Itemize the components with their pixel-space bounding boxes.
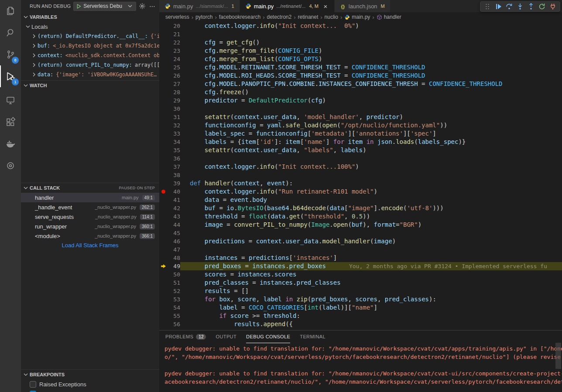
line-content[interactable]: if score >= threshold: xyxy=(180,312,562,320)
glyph-margin[interactable] xyxy=(159,130,169,138)
activity-item-search[interactable] xyxy=(0,22,21,44)
line-content[interactable]: buf = io.BytesIO(base64.b64decode(data["… xyxy=(180,204,562,212)
variables-section-header[interactable]: VARIABLES xyxy=(21,12,159,22)
breadcrumb-handler[interactable]: handler xyxy=(377,14,401,20)
glyph-margin[interactable] xyxy=(159,279,169,287)
disconnect-button[interactable] xyxy=(549,3,556,10)
glyph-margin[interactable] xyxy=(159,113,169,121)
breakpoint-row[interactable]: Raised Exceptions xyxy=(21,379,159,389)
glyph-margin[interactable] xyxy=(159,72,169,80)
glyph-margin[interactable] xyxy=(159,163,169,171)
line-content[interactable]: context.logger.info("Init context...100%… xyxy=(180,163,562,171)
line-content[interactable]: for box, score, label in zip(pred_boxes,… xyxy=(180,295,562,303)
line-content[interactable]: functionconfig = yaml.safe_load(open("/o… xyxy=(180,121,562,130)
panel-tab-terminal[interactable]: TERMINAL xyxy=(300,331,326,343)
gear-icon[interactable] xyxy=(139,3,146,10)
line-content[interactable] xyxy=(180,245,562,254)
glyph-margin[interactable] xyxy=(159,138,169,146)
checkbox[interactable] xyxy=(30,391,36,392)
step-out-button[interactable] xyxy=(528,3,535,10)
call-stack-section-header[interactable]: CALL STACK PAUSED ON STEP xyxy=(21,183,159,193)
activity-item-explorer[interactable] xyxy=(0,0,21,22)
glyph-margin[interactable] xyxy=(159,88,169,96)
glyph-margin[interactable] xyxy=(159,270,169,279)
line-content[interactable]: data = event.body xyxy=(180,196,562,204)
glyph-margin[interactable] xyxy=(159,179,169,187)
debug-config-dropdown[interactable]: Serverless Debu xyxy=(73,2,136,11)
panel-tab-problems[interactable]: PROBLEMS12 xyxy=(165,331,206,343)
line-content[interactable]: cfg.freeze() xyxy=(180,88,562,96)
line-content[interactable]: setattr(context.user_data, "labels", lab… xyxy=(180,146,562,154)
line-content[interactable]: setattr(context.user_data, 'model_handle… xyxy=(180,113,562,121)
glyph-margin[interactable] xyxy=(159,196,169,204)
line-content[interactable] xyxy=(180,30,562,38)
line-content[interactable] xyxy=(180,229,562,237)
glyph-margin[interactable] xyxy=(159,96,169,105)
glyph-margin[interactable] xyxy=(159,47,169,55)
activity-item-docker[interactable] xyxy=(0,133,21,155)
glyph-margin[interactable] xyxy=(159,63,169,72)
editor-code[interactable]: 20 context.logger.info("Init context... … xyxy=(159,22,562,330)
glyph-margin[interactable] xyxy=(159,212,169,221)
line-content[interactable]: image = convert_PIL_to_numpy(Image.open(… xyxy=(180,221,562,229)
current-statement-arrow-icon[interactable] xyxy=(159,262,169,270)
line-content[interactable]: labels = {item['id']: item['name'] for i… xyxy=(180,138,562,146)
tab-main.py[interactable]: main.py.../siammask/...1 xyxy=(159,0,240,12)
breadcrumb-serverless[interactable]: serverless xyxy=(165,14,189,20)
line-content[interactable]: results = [] xyxy=(180,287,562,295)
more-actions-icon[interactable] xyxy=(149,3,156,10)
glyph-margin[interactable] xyxy=(159,38,169,47)
line-content[interactable]: labels_spec = functionconfig['metadata']… xyxy=(180,130,562,138)
stack-frame[interactable]: serve_requests_nuclio_wrapper.py114:1 xyxy=(21,212,159,222)
line-content[interactable]: cfg.MODEL.ROI_HEADS.SCORE_THRESH_TEST = … xyxy=(180,72,562,80)
line-content[interactable]: threshold = float(data.get("threshold", … xyxy=(180,212,562,221)
line-content[interactable]: cfg.merge_from_list(CONFIG_OPTS) xyxy=(180,55,562,63)
breadcrumb-nuclio[interactable]: nuclio xyxy=(325,14,338,20)
breadcrumb-pytorch[interactable]: pytorch xyxy=(195,14,212,20)
line-content[interactable]: scores = instances.scores xyxy=(180,270,562,279)
line-content[interactable]: cfg.MODEL.PANOPTIC_FPN.COMBINE.INSTANCES… xyxy=(180,80,562,88)
breadcrumb-facebookresearch[interactable]: facebookresearch xyxy=(219,14,260,20)
glyph-margin[interactable] xyxy=(159,154,169,163)
line-content[interactable] xyxy=(180,154,562,163)
breadcrumb-main.py[interactable]: main.py xyxy=(344,14,370,20)
breakpoint-row[interactable]: Uncaught Exceptions xyxy=(21,389,159,392)
glyph-margin[interactable] xyxy=(159,22,169,30)
glyph-margin[interactable] xyxy=(159,221,169,229)
panel-scrollbar[interactable] xyxy=(555,343,561,369)
glyph-margin[interactable] xyxy=(159,55,169,63)
glyph-margin[interactable] xyxy=(159,30,169,38)
step-into-button[interactable] xyxy=(517,3,524,10)
toolbar-grip-icon[interactable] xyxy=(484,3,491,10)
glyph-margin[interactable] xyxy=(159,105,169,113)
breakpoints-section-header[interactable]: BREAKPOINTS xyxy=(21,370,159,379)
checkbox[interactable] xyxy=(30,381,36,388)
line-content[interactable]: cfg.merge_from_file(CONFIG_FILE) xyxy=(180,47,562,55)
line-content[interactable]: cfg.MODEL.RETINANET.SCORE_THRESH_TEST = … xyxy=(180,63,562,72)
glyph-margin[interactable] xyxy=(159,237,169,245)
glyph-margin[interactable] xyxy=(159,121,169,130)
watch-section-header[interactable]: WATCH xyxy=(21,81,159,90)
variable-row[interactable]: data:{'image': 'iVBORw0KGgoAAAANSUhE… xyxy=(21,70,159,79)
restart-button[interactable] xyxy=(538,3,545,10)
line-content[interactable]: results.append({ xyxy=(180,320,562,328)
activity-item-ring-tool[interactable] xyxy=(0,155,21,177)
glyph-margin[interactable] xyxy=(159,320,169,328)
stack-frame[interactable]: handlermain.py49:1 xyxy=(21,193,159,202)
line-content[interactable]: def handler(context, event): xyxy=(180,179,562,187)
glyph-margin[interactable] xyxy=(159,171,169,179)
variable-row[interactable]: context:<nuclio_sdk.context.Context obje… xyxy=(21,51,159,60)
line-content[interactable]: predictions = context.user_data.model_ha… xyxy=(180,237,562,245)
glyph-margin[interactable] xyxy=(159,254,169,262)
line-content[interactable]: predictor = DefaultPredictor(cfg) xyxy=(180,96,562,105)
line-content[interactable]: instances = predictions['instances'] xyxy=(180,254,562,262)
glyph-margin[interactable] xyxy=(159,312,169,320)
glyph-margin[interactable] xyxy=(159,146,169,154)
stack-frame[interactable]: <module>_nuclio_wrapper.py366:1 xyxy=(21,231,159,241)
activity-item-run-and-debug[interactable]: 1 xyxy=(0,65,21,87)
step-over-button[interactable] xyxy=(506,3,513,10)
line-content[interactable]: cfg = get_cfg() xyxy=(180,38,562,47)
load-all-stack-frames-link[interactable]: Load All Stack Frames xyxy=(21,241,159,250)
continue-button[interactable] xyxy=(495,3,502,10)
variable-row[interactable]: (return) DefaultPredictor.__call__:{'ins… xyxy=(21,31,159,41)
